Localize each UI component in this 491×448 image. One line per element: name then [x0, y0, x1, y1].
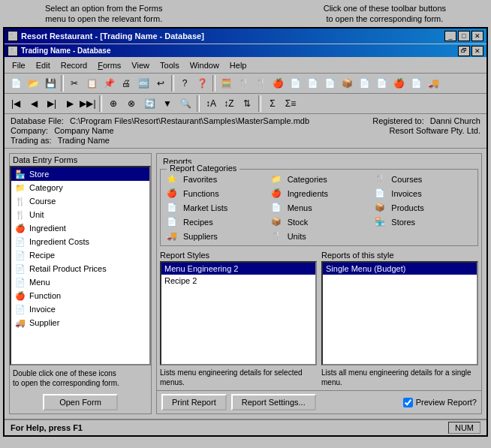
list-item[interactable]: 📄Menu	[11, 275, 149, 289]
tb-icon2[interactable]: 🍴	[235, 75, 252, 92]
category-item[interactable]: 📦Stock	[268, 215, 371, 228]
list-item[interactable]: 📁Category	[11, 181, 149, 194]
category-item[interactable]: 🍴Units	[268, 230, 371, 242]
nav-sort1[interactable]: ↕A	[203, 95, 219, 112]
list-item[interactable]: 🍎Ingredient	[11, 221, 149, 235]
tb-save[interactable]: 💾	[42, 75, 59, 92]
data-entry-title: Data Entry Forms	[10, 154, 151, 166]
list-item[interactable]: 🏪Store	[11, 167, 149, 181]
report-style-item[interactable]: Recipe 2	[161, 275, 315, 287]
tb-cut[interactable]: ✂	[66, 75, 83, 92]
nav-sum2[interactable]: Σ≡	[282, 95, 299, 112]
nav-filter[interactable]: ▼	[159, 95, 176, 112]
list-item[interactable]: 📄Retail Product Prices	[11, 262, 149, 275]
category-item[interactable]: 📄Invoices	[372, 187, 474, 200]
nav-add[interactable]: ⊕	[105, 95, 122, 112]
category-item[interactable]: 📁Categories	[268, 173, 371, 185]
category-item[interactable]: ⭐Favorites	[164, 173, 267, 185]
category-icon: 🍎	[271, 188, 282, 198]
nav-last[interactable]: ▶▶|	[80, 95, 96, 112]
tb-new[interactable]: 📄	[8, 75, 24, 92]
list-item[interactable]: 🚚Supplier	[11, 316, 149, 329]
tb-icon3[interactable]: 🍴	[252, 75, 269, 92]
list-item[interactable]: 🍴Course	[11, 194, 149, 208]
category-item[interactable]: 📄Market Lists	[164, 201, 267, 214]
report-style-item[interactable]: Menu Engineering 2	[161, 263, 315, 275]
nav-prev[interactable]: ◀	[26, 95, 42, 112]
nav-next[interactable]: ▶	[62, 95, 78, 112]
report-categories-box: Report Categories ⭐Favorites📁Categories🍴…	[160, 169, 478, 246]
tb-icon6[interactable]: 📄	[304, 75, 321, 92]
menu-record[interactable]: Record	[56, 59, 92, 71]
nav-first[interactable]: |◀	[8, 95, 24, 112]
list-item[interactable]: 📄Invoice	[11, 302, 149, 316]
tb-icon10[interactable]: 📄	[373, 75, 390, 92]
report-styles-panel: Report Styles Menu Engineering 2Recipe 2…	[160, 251, 317, 387]
category-item[interactable]: 📄Menus	[268, 201, 371, 214]
nav-sort2[interactable]: ↕Z	[221, 95, 237, 112]
nav-sum[interactable]: Σ	[264, 95, 281, 112]
list-item[interactable]: 🍴Unit	[11, 208, 149, 221]
nav-sort3[interactable]: ⇅	[239, 95, 255, 112]
maximize-button[interactable]: □	[458, 31, 470, 41]
menu-edit[interactable]: Edit	[32, 59, 55, 71]
category-item[interactable]: 📦Products	[372, 201, 474, 214]
nav-refresh[interactable]: 🔄	[141, 95, 158, 112]
report-this-style-list[interactable]: Single Menu (Budget)	[321, 261, 478, 365]
tb-icon11[interactable]: 🍎	[390, 75, 407, 92]
open-form-button[interactable]: Open Form	[43, 394, 118, 410]
tb-icon1[interactable]: 🧮	[218, 75, 234, 92]
inner-restore-button[interactable]: 🗗	[458, 46, 470, 56]
menu-window[interactable]: Window	[185, 59, 224, 71]
tb-icon12[interactable]: 📄	[408, 75, 424, 92]
category-label: Functions	[183, 189, 219, 198]
this-style-desc: Lists all menu engineering details for a…	[321, 368, 478, 387]
category-item[interactable]: 🍎Functions	[164, 187, 267, 200]
menu-view[interactable]: View	[127, 59, 154, 71]
minimize-button[interactable]: _	[444, 31, 456, 41]
list-item[interactable]: 📄Recipe	[11, 248, 149, 262]
preview-checkbox[interactable]	[403, 398, 413, 407]
category-label: Stores	[391, 218, 415, 227]
company-label: Company:	[11, 126, 48, 135]
list-item-label: Function	[29, 291, 61, 300]
close-button[interactable]: ✕	[471, 31, 483, 41]
menu-file[interactable]: File	[8, 59, 30, 71]
tb-icon5[interactable]: 📄	[287, 75, 303, 92]
tb-help2[interactable]: ❓	[194, 75, 210, 92]
inner-app-icon: 🍴	[8, 46, 18, 56]
menu-help[interactable]: Help	[225, 59, 252, 71]
report-settings-button[interactable]: Report Settings...	[231, 394, 316, 410]
tb-copy[interactable]: 📋	[83, 75, 100, 92]
list-item-icon: 🍴	[14, 195, 26, 207]
inner-close-button[interactable]: ✕	[471, 46, 483, 56]
tb-icon9[interactable]: 📄	[356, 75, 372, 92]
tb-icon4[interactable]: 🍎	[270, 75, 286, 92]
tb-help[interactable]: ?	[176, 75, 193, 92]
category-item[interactable]: 📄Recipes	[164, 215, 267, 228]
menu-forms[interactable]: Forms	[93, 59, 125, 71]
tb-undo[interactable]: ↩	[152, 75, 169, 92]
nav-search[interactable]: 🔍	[177, 95, 194, 112]
tb-icon8[interactable]: 📦	[339, 75, 355, 92]
tb-print[interactable]: 🖨	[118, 75, 134, 92]
tb-icon7[interactable]: 📄	[321, 75, 338, 92]
list-item[interactable]: 🍎Function	[11, 289, 149, 302]
menu-tools[interactable]: Tools	[155, 59, 184, 71]
data-entry-list[interactable]: 🏪Store📁Category🍴Course🍴Unit🍎Ingredient📄I…	[10, 166, 151, 365]
category-item[interactable]: 🏪Stores	[372, 215, 474, 228]
report-styles-list[interactable]: Menu Engineering 2Recipe 2	[160, 261, 317, 365]
this-style-item[interactable]: Single Menu (Budget)	[323, 263, 477, 275]
nav-next-page[interactable]: ▶|	[44, 95, 60, 112]
tb-icon13[interactable]: 🚚	[425, 75, 441, 92]
category-item[interactable]: 🍎Ingredients	[268, 187, 371, 200]
tb-spell[interactable]: 🔤	[135, 75, 152, 92]
category-item[interactable]: 🚚Suppliers	[164, 230, 267, 242]
print-report-button[interactable]: Print Report	[161, 394, 227, 410]
toolbar-row1: 📄 📂 💾 ✂ 📋 📌 🖨 🔤 ↩ ? ❓ 🧮 🍴 🍴 🍎 📄 📄 📄 📦 📄 …	[5, 74, 486, 94]
category-item[interactable]: 🍴Courses	[372, 173, 474, 185]
list-item[interactable]: 📄Ingredient Costs	[11, 235, 149, 248]
tb-paste[interactable]: 📌	[101, 75, 117, 92]
tb-open[interactable]: 📂	[25, 75, 41, 92]
nav-delete[interactable]: ⊗	[123, 95, 140, 112]
